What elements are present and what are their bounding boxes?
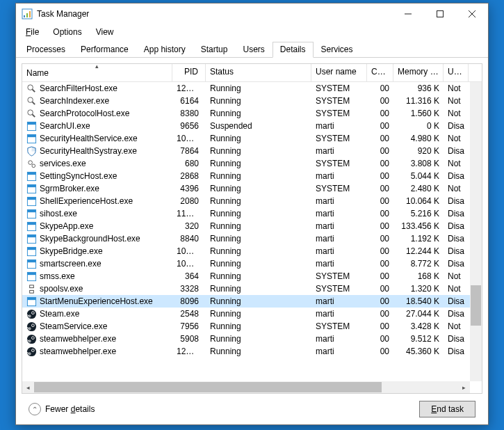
window-buttons bbox=[392, 3, 488, 24]
tab-app-history[interactable]: App history bbox=[136, 42, 193, 58]
table-row[interactable]: Steam.exe2548Runningmarti0027.044 KDisa bbox=[22, 308, 482, 320]
table-row[interactable]: SearchFilterHost.exe12620RunningSYSTEM00… bbox=[22, 82, 482, 95]
grid-body[interactable]: SearchFilterHost.exe12620RunningSYSTEM00… bbox=[22, 82, 482, 393]
cell-cpu: 00 bbox=[367, 184, 393, 193]
cell-pid: 12620 bbox=[172, 83, 206, 93]
minimize-button[interactable] bbox=[392, 3, 424, 24]
cell-uac: Not bbox=[444, 109, 469, 118]
table-row[interactable]: SearchIndexer.exe6164RunningSYSTEM0011.3… bbox=[22, 95, 482, 107]
vertical-scrollbar[interactable] bbox=[470, 82, 482, 381]
table-row[interactable]: smss.exe364RunningSYSTEM00168 KNot bbox=[22, 270, 482, 282]
cell-pid: 320 bbox=[172, 221, 206, 231]
cell-mem: 18.540 K bbox=[393, 296, 444, 306]
cell-user: marti bbox=[311, 347, 367, 356]
cell-uac: Disa bbox=[444, 246, 469, 256]
col-user[interactable]: User name bbox=[311, 64, 367, 81]
table-row[interactable]: StartMenuExperienceHost.exe8096Runningma… bbox=[22, 295, 482, 308]
svg-rect-42 bbox=[27, 297, 35, 300]
table-row[interactable]: SettingSyncHost.exe2868Runningmarti005.0… bbox=[22, 170, 482, 182]
svg-rect-17 bbox=[27, 134, 35, 137]
col-status[interactable]: Status bbox=[206, 64, 311, 81]
menu-file[interactable]: File bbox=[20, 26, 44, 38]
tab-processes[interactable]: Processes bbox=[19, 42, 73, 58]
fewer-details-button[interactable]: ⌃ Fewer details bbox=[29, 403, 95, 415]
table-row[interactable]: services.exe680RunningSYSTEM003.808 KNot bbox=[22, 157, 482, 170]
col-mem[interactable]: Memory (a... bbox=[393, 64, 444, 81]
cell-cpu: 00 bbox=[367, 321, 393, 331]
svg-rect-5 bbox=[437, 11, 444, 17]
table-row[interactable]: SearchProtocolHost.exe8380RunningSYSTEM0… bbox=[22, 107, 482, 120]
cell-user: SYSTEM bbox=[311, 134, 367, 143]
table-row[interactable]: SearchUI.exe9656Suspendedmarti000 KDisa bbox=[22, 120, 482, 132]
titlebar[interactable]: Task Manager bbox=[16, 3, 488, 24]
tab-startup[interactable]: Startup bbox=[193, 42, 236, 58]
cell-pid: 8840 bbox=[172, 234, 206, 244]
process-icon bbox=[26, 334, 37, 344]
table-row[interactable]: smartscreen.exe10856Runningmarti008.772 … bbox=[22, 257, 482, 270]
process-grid: ▴Name PID Status User name CPU Memory (a… bbox=[22, 63, 482, 394]
process-icon bbox=[26, 259, 37, 269]
process-name: smss.exe bbox=[40, 271, 75, 281]
footer: ⌃ Fewer details End task bbox=[22, 394, 482, 424]
process-icon bbox=[26, 347, 37, 357]
table-row[interactable]: steamwebhelper.exe12636Runningmarti0045.… bbox=[22, 345, 482, 358]
tabstrip: ProcessesPerformanceApp historyStartupUs… bbox=[16, 41, 488, 58]
cell-cpu: 00 bbox=[367, 284, 393, 294]
chevron-up-icon: ⌃ bbox=[29, 403, 41, 415]
cell-status: Running bbox=[206, 146, 311, 156]
cell-user: marti bbox=[311, 221, 367, 231]
tab-performance[interactable]: Performance bbox=[73, 42, 136, 58]
table-row[interactable]: steamwebhelper.exe5908Runningmarti009.51… bbox=[22, 333, 482, 345]
tab-services[interactable]: Services bbox=[314, 42, 361, 58]
table-row[interactable]: SkypeBackgroundHost.exe8840Runningmarti0… bbox=[22, 232, 482, 245]
process-icon bbox=[26, 109, 37, 119]
process-icon bbox=[26, 246, 37, 257]
process-icon bbox=[26, 171, 37, 182]
tab-details[interactable]: Details bbox=[273, 42, 314, 58]
hscroll-right-icon[interactable]: ▸ bbox=[458, 381, 470, 393]
table-row[interactable]: spoolsv.exe3328RunningSYSTEM001.320 KNot bbox=[22, 282, 482, 295]
content-area: ▴Name PID Status User name CPU Memory (a… bbox=[16, 58, 488, 424]
cell-mem: 133.456 K bbox=[393, 221, 444, 231]
close-button[interactable] bbox=[456, 3, 488, 24]
cell-status: Running bbox=[206, 284, 311, 294]
cell-uac: Disa bbox=[444, 171, 469, 181]
cell-user: marti bbox=[311, 196, 367, 206]
cell-mem: 11.316 K bbox=[393, 96, 444, 106]
table-row[interactable]: SkypeApp.exe320Runningmarti00133.456 KDi… bbox=[22, 220, 482, 232]
table-row[interactable]: SteamService.exe7956RunningSYSTEM003.428… bbox=[22, 320, 482, 333]
horizontal-scrollbar[interactable]: ◂ ▸ bbox=[22, 381, 470, 393]
hscroll-left-icon[interactable]: ◂ bbox=[22, 381, 34, 393]
cell-mem: 45.360 K bbox=[393, 347, 444, 356]
cell-pid: 2548 bbox=[172, 309, 206, 319]
vertical-scroll-thumb[interactable] bbox=[471, 285, 481, 326]
menu-options[interactable]: Options bbox=[47, 26, 87, 38]
tab-users[interactable]: Users bbox=[235, 42, 272, 58]
table-row[interactable]: SecurityHealthSystray.exe7864Runningmart… bbox=[22, 145, 482, 157]
col-name[interactable]: ▴Name bbox=[22, 64, 172, 81]
hscroll-track[interactable] bbox=[34, 381, 458, 393]
cell-mem: 12.244 K bbox=[393, 246, 444, 256]
cell-pid: 8380 bbox=[172, 109, 206, 118]
window-title: Task Manager bbox=[37, 9, 392, 19]
col-pid[interactable]: PID bbox=[172, 64, 206, 81]
maximize-button[interactable] bbox=[424, 3, 456, 24]
cell-mem: 3.808 K bbox=[393, 159, 444, 168]
table-row[interactable]: sihost.exe11284Runningmarti005.216 KDisa bbox=[22, 207, 482, 220]
cell-user: SYSTEM bbox=[311, 83, 367, 93]
svg-rect-35 bbox=[27, 260, 35, 262]
process-icon bbox=[26, 309, 37, 319]
table-row[interactable]: ShellExperienceHost.exe2080Runningmarti0… bbox=[22, 195, 482, 207]
col-uac[interactable]: UAC bbox=[444, 64, 469, 81]
cell-pid: 10020 bbox=[172, 134, 206, 143]
horizontal-scroll-thumb[interactable] bbox=[34, 382, 382, 392]
col-cpu[interactable]: CPU bbox=[367, 64, 393, 81]
cell-status: Running bbox=[206, 83, 311, 93]
svg-rect-39 bbox=[30, 285, 34, 287]
table-row[interactable]: SecurityHealthService.exe10020RunningSYS… bbox=[22, 132, 482, 145]
menu-view[interactable]: View bbox=[90, 26, 120, 38]
table-row[interactable]: SkypeBridge.exe10288Runningmarti0012.244… bbox=[22, 245, 482, 257]
table-row[interactable]: SgrmBroker.exe4396RunningSYSTEM002.480 K… bbox=[22, 182, 482, 195]
cell-mem: 9.512 K bbox=[393, 334, 444, 344]
end-task-button[interactable]: End task bbox=[419, 401, 475, 417]
